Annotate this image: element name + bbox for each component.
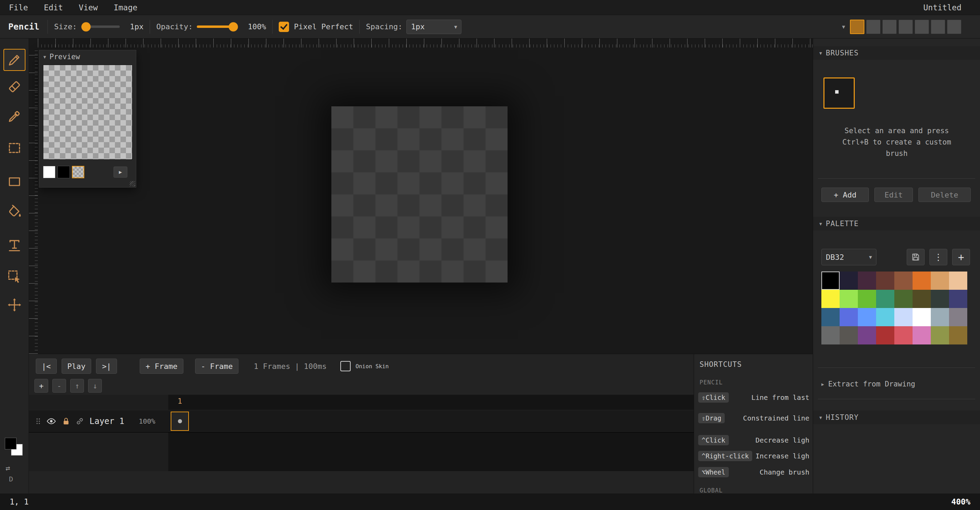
play-button[interactable]: Play [62,359,92,374]
layer-lock-icon[interactable] [61,416,71,426]
layer-name[interactable]: Layer 1 [89,416,124,426]
edit-brush-button[interactable]: Edit [874,188,913,202]
last-frame-button[interactable]: >| [96,359,117,374]
current-cel[interactable] [171,411,189,431]
spacing-dropdown[interactable]: 1px ▼ [406,20,461,34]
palette-swatch[interactable] [913,271,931,290]
palette-swatch[interactable] [894,290,913,308]
palette-swatch[interactable] [840,326,858,344]
preview-bg-black-swatch[interactable] [57,166,70,178]
palette-swatch[interactable] [949,308,967,326]
palette-swatch[interactable] [913,308,931,326]
quick-brush-swatch[interactable] [866,20,881,34]
palette-header[interactable]: ▼ PALETTE [813,217,980,231]
brushes-header[interactable]: ▼ BRUSHES [813,46,980,60]
quick-brush-swatch[interactable] [882,20,897,34]
quick-brush-swatch[interactable] [947,20,961,34]
palette-swatch[interactable] [949,290,967,308]
menu-view[interactable]: View [79,3,98,12]
menu-edit[interactable]: Edit [44,3,63,12]
palette-swatch[interactable] [858,290,876,308]
preview-play-button[interactable]: ▶ [113,167,127,178]
palette-swatch[interactable] [913,326,931,344]
default-colors-button[interactable]: D [9,475,13,483]
add-brush-button[interactable]: + Add [821,188,869,202]
frame-number-header[interactable]: 1 [171,397,189,405]
move-layer-up-button[interactable]: ↑ [70,379,84,393]
tool-move-selection[interactable] [3,266,25,288]
palette-swatch[interactable] [876,271,894,290]
resize-grip-icon[interactable] [130,181,135,186]
palette-swatch[interactable] [821,326,840,344]
save-palette-button[interactable] [907,249,924,265]
palette-swatch[interactable] [876,326,894,344]
first-frame-button[interactable]: |< [36,359,57,374]
layer-row[interactable]: Layer 1 100% [29,410,694,433]
brush-item-pixel[interactable] [823,77,855,109]
opacity-slider[interactable] [197,26,237,28]
layer-visibility-icon[interactable] [46,416,56,426]
menu-file[interactable]: File [9,3,28,12]
preview-bg-white-swatch[interactable] [43,166,56,178]
drag-handle-icon[interactable] [34,417,43,426]
palette-swatch[interactable] [894,271,913,290]
palette-swatch[interactable] [821,271,840,290]
layer-link-icon[interactable] [75,416,85,426]
palette-swatch[interactable] [840,308,858,326]
palette-swatch[interactable] [821,308,840,326]
drawing-canvas[interactable] [331,106,508,282]
canvas-area[interactable]: ▼ Preview ▶ [29,38,813,354]
quick-brush-swatch[interactable] [915,20,929,34]
tool-text[interactable] [3,234,25,256]
palette-swatch[interactable] [949,271,967,290]
palette-swatch[interactable] [840,290,858,308]
palette-swatch[interactable] [840,271,858,290]
swap-colors-icon[interactable]: ⇄ [5,464,10,472]
add-layer-button[interactable]: + [34,379,48,393]
tool-color-picker[interactable] [3,105,25,128]
tool-rectangle[interactable] [3,171,25,193]
menu-image[interactable]: Image [113,3,137,12]
tool-eraser[interactable] [3,76,25,98]
palette-swatch[interactable] [913,290,931,308]
palette-swatch[interactable] [876,290,894,308]
extract-from-drawing-toggle[interactable]: ▶ Extract from Drawing [821,380,915,388]
preview-header[interactable]: ▼ Preview [39,50,136,63]
size-slider-knob[interactable] [81,22,91,31]
remove-frame-button[interactable]: - Frame [195,359,239,374]
tool-rectangle-select[interactable] [3,137,25,159]
remove-layer-button[interactable]: - [52,379,66,393]
brush-list-arrow-icon[interactable]: ▼ [842,24,845,30]
quick-brush-swatch[interactable] [899,20,913,34]
palette-swatch[interactable] [858,271,876,290]
palette-swatch[interactable] [858,326,876,344]
palette-swatch[interactable] [876,308,894,326]
palette-select-dropdown[interactable]: DB32 ▼ [821,249,877,265]
opacity-slider-knob[interactable] [229,22,238,31]
palette-swatch[interactable] [931,326,949,344]
preview-bg-transparent-swatch[interactable] [72,166,84,178]
history-header[interactable]: ▼ HISTORY [813,411,980,424]
palette-swatch[interactable] [821,290,840,308]
size-slider[interactable] [81,26,120,28]
palette-swatch[interactable] [858,308,876,326]
pixel-perfect-checkbox[interactable] [279,22,289,32]
quick-brush-swatch[interactable] [931,20,945,34]
collapse-icon[interactable]: ▼ [43,54,46,59]
palette-swatch[interactable] [894,326,913,344]
move-layer-down-button[interactable]: ↓ [88,379,102,393]
palette-options-kebab-button[interactable]: ⋮ [929,249,947,265]
foreground-color-swatch[interactable] [5,438,16,449]
palette-swatch[interactable] [931,271,949,290]
quick-brush-swatch[interactable] [850,20,864,34]
onion-skin-checkbox[interactable] [340,361,351,371]
frames-area[interactable] [168,395,694,471]
palette-swatch[interactable] [931,290,949,308]
palette-swatch[interactable] [949,326,967,344]
add-palette-button[interactable]: + [952,249,970,265]
fg-bg-color-widget[interactable] [0,438,29,462]
tool-pencil[interactable] [3,49,25,71]
tool-pan[interactable] [3,294,25,316]
add-frame-button[interactable]: + Frame [140,359,183,374]
palette-swatch[interactable] [894,308,913,326]
